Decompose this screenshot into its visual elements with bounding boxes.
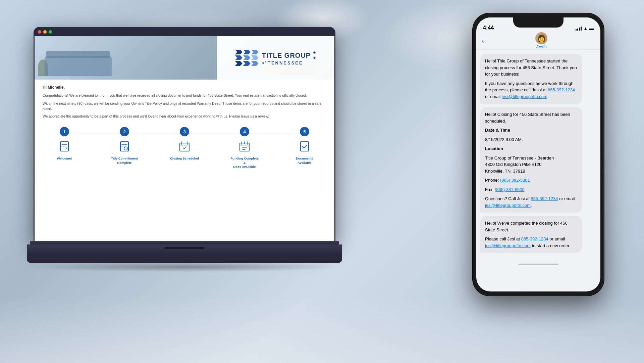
phone-device: 4:44 ▲ ▬ ‹ 👩 Jesi › bbox=[473, 13, 604, 296]
msg1-text1: Hello! Title Group of Tennessee started … bbox=[485, 58, 578, 78]
msg3-email-link[interactable]: jesi@titlegroupoftn.com bbox=[485, 243, 531, 248]
company-logo-area: TITLE GROUP ★ ★ of TENNESSEE bbox=[217, 36, 334, 80]
logo-state-text: TENNESSEE bbox=[268, 60, 303, 65]
msg3-body: Please call Jesi at 865-392-1234 or emai… bbox=[485, 236, 578, 249]
laptop-screen-content: TITLE GROUP ★ ★ of TENNESSEE bbox=[35, 36, 334, 241]
msg2-location-label: Location bbox=[485, 145, 578, 152]
window-maximize-dot[interactable] bbox=[49, 30, 52, 34]
signal-bars-icon bbox=[576, 27, 582, 31]
email-body: Hi Michelle, Congratulations! We are ple… bbox=[35, 80, 334, 178]
arrow-5 bbox=[243, 55, 251, 60]
contact-name-text: Jesi bbox=[536, 44, 545, 49]
arrow-8 bbox=[243, 61, 251, 66]
signal-bar-2 bbox=[577, 29, 578, 31]
email-container: TITLE GROUP ★ ★ of TENNESSEE bbox=[35, 36, 334, 241]
step-4-icon bbox=[237, 139, 252, 154]
msg2-datetime-value: 8/15/2022 9:00 AM. bbox=[485, 136, 578, 143]
message-bubble-2: Hello! Closing for 456 State Street has … bbox=[480, 107, 582, 213]
arrow-7 bbox=[235, 61, 243, 66]
msg2-location-name: Title Group of Tennessee - Bearden4800 O… bbox=[485, 155, 578, 175]
arrow-4 bbox=[235, 55, 243, 60]
svg-rect-3 bbox=[180, 143, 189, 151]
messages-list[interactable]: Hello! Title Group of Tennessee started … bbox=[476, 50, 600, 260]
wifi-icon: ▲ bbox=[583, 26, 588, 31]
msg1-text2: If you have any questions as we work thr… bbox=[485, 80, 578, 100]
laptop-hinge bbox=[30, 241, 339, 244]
phone-notch bbox=[513, 17, 564, 28]
logo-title-group: TITLE GROUP ★ ★ bbox=[262, 50, 316, 60]
email-para-2: Within the next ninety (90) days, we wil… bbox=[43, 101, 326, 112]
step-5-label: DocumentsAvailable bbox=[296, 156, 313, 165]
email-para-3: We appreciate the opportunity to be a pa… bbox=[43, 114, 326, 118]
svg-rect-5 bbox=[301, 142, 309, 151]
svg-rect-0 bbox=[60, 142, 68, 151]
step-5-icon bbox=[297, 139, 312, 154]
signal-bar-4 bbox=[581, 27, 582, 31]
window-minimize-dot[interactable] bbox=[43, 30, 47, 34]
msg2-fax-link[interactable]: (865) 381-8500 bbox=[495, 187, 525, 192]
msg1-email-link[interactable]: jesi@titlegroupoftn.com bbox=[502, 94, 547, 99]
email-hero-image: TITLE GROUP ★ ★ of TENNESSEE bbox=[35, 36, 334, 80]
step-1-circle: 1 bbox=[60, 127, 69, 136]
phone-screen: 4:44 ▲ ▬ ‹ 👩 Jesi › bbox=[476, 17, 600, 291]
step-3: 3 Closing Scheduled bbox=[169, 127, 200, 161]
step-4-circle: 4 bbox=[240, 127, 249, 136]
phone-time: 4:44 bbox=[483, 25, 494, 31]
contact-chevron-icon: › bbox=[546, 45, 547, 49]
logo-title-text: TITLE GROUP bbox=[262, 52, 311, 59]
avatar-emoji: 👩 bbox=[537, 34, 546, 42]
logo-subtitle-row: of TENNESSEE bbox=[262, 60, 316, 65]
step-5-circle: 5 bbox=[300, 127, 309, 136]
arrow-row-3 bbox=[235, 61, 259, 66]
arrow-2 bbox=[243, 50, 251, 54]
arrow-row-2 bbox=[235, 55, 259, 60]
step-3-circle: 3 bbox=[180, 127, 189, 136]
step-3-label: Closing Scheduled bbox=[170, 156, 199, 161]
arrow-3 bbox=[251, 50, 259, 54]
sofa-decor bbox=[45, 56, 112, 76]
msg1-phone-link[interactable]: 865-392-1234 bbox=[548, 87, 575, 92]
step-1: 1 Welcome! bbox=[49, 127, 79, 161]
step-2: 2 Title CommitmentComplete bbox=[109, 127, 140, 165]
signal-bar-1 bbox=[576, 29, 577, 31]
step-4-label: Funding Complete &Docs Available bbox=[229, 156, 260, 169]
msg3-phone-link[interactable]: 865-392-1234 bbox=[521, 236, 548, 241]
laptop-titlebar bbox=[35, 28, 334, 36]
logo-arrows bbox=[235, 50, 259, 66]
svg-rect-4 bbox=[240, 143, 249, 151]
laptop-shadow bbox=[27, 262, 342, 272]
step-2-label: Title CommitmentComplete bbox=[111, 156, 138, 165]
msg2-fax-line: Fax: (865) 381-8500 bbox=[485, 186, 578, 193]
msg2-jesi-email-link[interactable]: jesi@titlegroupoftn.com bbox=[485, 203, 531, 208]
logo-content: TITLE GROUP ★ ★ of TENNESSEE bbox=[235, 50, 316, 66]
step-5: 5 DocumentsAvailable bbox=[289, 127, 320, 165]
window-close-dot[interactable] bbox=[38, 30, 41, 34]
msg2-phone-link[interactable]: (865) 392-5801 bbox=[500, 178, 530, 183]
arrow-9 bbox=[251, 61, 259, 66]
step-1-icon bbox=[57, 139, 72, 154]
progress-steps: 1 Welcome! bbox=[43, 124, 326, 172]
step-1-label: Welcome! bbox=[57, 156, 72, 161]
logo-stars: ★ ★ bbox=[313, 50, 316, 60]
home-bar bbox=[518, 264, 558, 265]
contact-avatar: 👩 bbox=[535, 32, 547, 44]
star-2: ★ bbox=[313, 56, 316, 60]
home-indicator bbox=[476, 260, 600, 269]
msg2-datetime-label: Date & Time bbox=[485, 127, 578, 134]
back-button[interactable]: ‹ bbox=[482, 37, 484, 45]
step-4: 4 Funding Complete &Docs Av bbox=[229, 127, 260, 169]
logo-title: TITLE GROUP bbox=[262, 52, 311, 59]
logo-of-text: of bbox=[262, 61, 266, 65]
signal-bar-3 bbox=[579, 28, 580, 31]
step-2-icon bbox=[117, 139, 132, 154]
battery-icon: ▬ bbox=[589, 26, 594, 31]
email-para-1: Congratulations! We are pleased to infor… bbox=[43, 93, 326, 98]
msg2-phone-line: Phone: (865) 392-5801 bbox=[485, 177, 578, 184]
msg2-jesi-phone-link[interactable]: 865-392-1234 bbox=[531, 196, 558, 201]
contact-name-row[interactable]: Jesi › bbox=[536, 44, 547, 49]
msg2-header: Hello! Closing for 456 State Street has … bbox=[485, 111, 578, 124]
msg3-header: Hello! We've completed the closing for 4… bbox=[485, 220, 578, 233]
phone-nav-bar: ‹ 👩 Jesi › bbox=[476, 32, 600, 50]
arrow-1 bbox=[235, 50, 243, 54]
laptop-screen-outer: TITLE GROUP ★ ★ of TENNESSEE bbox=[34, 27, 335, 242]
